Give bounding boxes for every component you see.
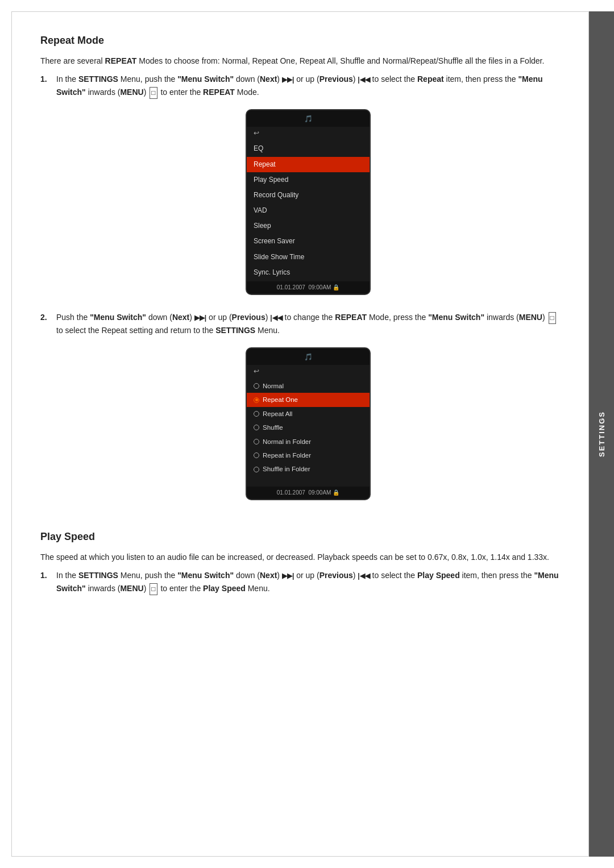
radio-label-normal-folder: Normal in Folder xyxy=(263,437,311,447)
device-mockup-1: 🎵 ↩ EQ Repeat Play Speed Record Quality … xyxy=(246,109,371,295)
play-speed-steps: 1. In the SETTINGS Menu, push the "Menu … xyxy=(40,569,560,595)
radio-circle-normal xyxy=(254,383,259,389)
radio-repeat-one: Repeat One xyxy=(247,393,370,406)
step-1: 1. In the SETTINGS Menu, push the "Menu … xyxy=(40,73,560,305)
radio-circle-repeat-one xyxy=(254,397,259,403)
step-1-num: 1. xyxy=(40,73,54,305)
repeat-mode-section: Repeat Mode There are several REPEAT Mod… xyxy=(40,35,560,510)
device-footer-1: 01.01.2007 09:00AM 🔒 xyxy=(247,281,370,294)
device-header-1: 🎵 xyxy=(247,110,370,127)
repeat-mode-steps: 1. In the SETTINGS Menu, push the "Menu … xyxy=(40,73,560,510)
play-speed-step-1-num: 1. xyxy=(40,569,54,595)
radio-circle-shuffle xyxy=(254,425,259,430)
radio-label-repeat-folder: Repeat in Folder xyxy=(263,450,311,460)
settings-sidebar-tab: SETTINGS xyxy=(589,11,614,857)
device-icon-2: 🎵 xyxy=(304,352,313,363)
radio-normal: Normal xyxy=(247,379,370,393)
step-1-content: In the SETTINGS Menu, push the "Menu Swi… xyxy=(56,73,560,305)
radio-label-repeat-all: Repeat All xyxy=(263,409,292,419)
device-back-2: ↩ xyxy=(247,365,370,378)
radio-circle-repeat-all xyxy=(254,411,259,417)
device-menu-list-1: EQ Repeat Play Speed Record Quality VAD … xyxy=(247,140,370,281)
radio-label-shuffle: Shuffle xyxy=(263,422,283,433)
menu-item-play-speed: Play Speed xyxy=(247,172,370,188)
radio-circle-repeat-folder xyxy=(254,452,259,458)
step-2-content: Push the "Menu Switch" down (Next) ▶▶| o… xyxy=(56,311,560,510)
settings-tab-label: SETTINGS xyxy=(598,405,606,463)
radio-shuffle-folder: Shuffle in Folder xyxy=(247,462,370,476)
radio-label-shuffle-folder: Shuffle in Folder xyxy=(263,464,310,474)
menu-item-screen-saver: Screen Saver xyxy=(247,234,370,249)
menu-item-sync-lyrics: Sync. Lyrics xyxy=(247,265,370,280)
radio-label-normal: Normal xyxy=(263,381,284,391)
step-2: 2. Push the "Menu Switch" down (Next) ▶▶… xyxy=(40,311,560,510)
device-footer-text-2: 01.01.2007 09:00AM 🔒 xyxy=(277,488,339,497)
repeat-mode-intro: There are several REPEAT Modes to choose… xyxy=(40,55,560,67)
play-speed-intro: The speed at which you listen to an audi… xyxy=(40,551,560,563)
radio-repeat-all: Repeat All xyxy=(247,407,370,421)
radio-circle-shuffle-folder xyxy=(254,467,259,472)
device-icon-1: 🎵 xyxy=(304,114,313,124)
menu-item-eq: EQ xyxy=(247,141,370,156)
menu-item-slide-show: Slide Show Time xyxy=(247,250,370,265)
device-radio-list: Normal Repeat One Repeat All xyxy=(247,378,370,477)
device-back-1: ↩ xyxy=(247,127,370,140)
play-speed-step-1-content: In the SETTINGS Menu, push the "Menu Swi… xyxy=(56,569,560,595)
play-speed-step-1: 1. In the SETTINGS Menu, push the "Menu … xyxy=(40,569,560,595)
radio-shuffle: Shuffle xyxy=(247,421,370,434)
device-mockup-2: 🎵 ↩ Normal Repeat One xyxy=(246,347,371,500)
device-header-2: 🎵 xyxy=(247,348,370,365)
play-speed-section: Play Speed The speed at which you listen… xyxy=(40,531,560,595)
menu-item-vad: VAD xyxy=(247,203,370,218)
radio-repeat-folder: Repeat in Folder xyxy=(247,448,370,462)
menu-item-record-quality: Record Quality xyxy=(247,188,370,203)
radio-label-repeat-one: Repeat One xyxy=(263,394,298,405)
menu-item-sleep: Sleep xyxy=(247,218,370,234)
radio-circle-normal-folder xyxy=(254,439,259,445)
repeat-mode-title: Repeat Mode xyxy=(40,35,560,47)
device-footer-text-1: 01.01.2007 09:00AM 🔒 xyxy=(277,283,339,292)
device-footer-2: 01.01.2007 09:00AM 🔒 xyxy=(247,487,370,499)
menu-item-repeat: Repeat xyxy=(247,157,370,172)
radio-normal-folder: Normal in Folder xyxy=(247,435,370,448)
step-2-num: 2. xyxy=(40,311,54,510)
play-speed-title: Play Speed xyxy=(40,531,560,543)
